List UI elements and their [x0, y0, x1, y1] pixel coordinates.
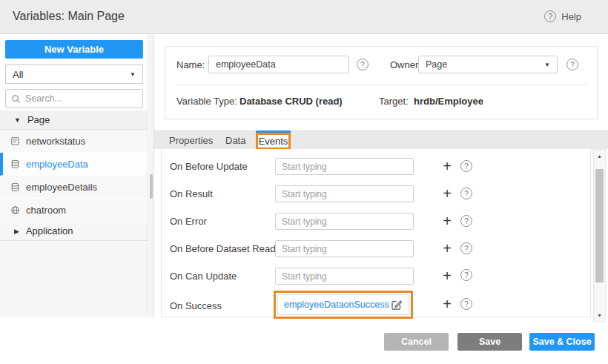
chevron-down-icon: ▼ — [130, 71, 136, 78]
form-divider — [176, 85, 587, 85]
owner-help-icon[interactable]: ? — [566, 59, 578, 70]
sidebar-item-label: employeeDetails — [26, 182, 97, 193]
search-icon — [11, 94, 21, 104]
edit-icon[interactable] — [391, 299, 403, 311]
events-scrollbar[interactable]: ▲ ▼ — [593, 149, 606, 322]
help-icon: ? — [544, 10, 556, 22]
device-icon — [10, 136, 20, 146]
name-label: Name: * — [176, 59, 211, 70]
target-label: Target: — [379, 96, 409, 107]
event-label: On Before Update — [170, 161, 248, 172]
on-success-binding: employeeDataonSuccess — [277, 294, 409, 315]
tab-properties[interactable]: Properties — [169, 131, 213, 150]
sidebar-scrollbar-thumb[interactable] — [150, 174, 153, 199]
database-icon — [10, 159, 20, 169]
dialog-header: Variables: Main Page ? Help — [0, 0, 608, 34]
sidebar-item-label: chatroom — [26, 205, 66, 216]
question-icon[interactable]: ? — [460, 269, 472, 281]
sidebar-item-label: networkstatus — [26, 136, 85, 147]
search-input[interactable] — [25, 93, 137, 104]
tree-group-application[interactable]: ▶ Application — [0, 222, 148, 241]
tree-group-label: Page — [27, 114, 50, 125]
question-icon[interactable]: ? — [460, 188, 472, 199]
plus-icon[interactable]: + — [440, 297, 455, 311]
event-input-on-result[interactable] — [275, 185, 414, 202]
events-panel: On Before Update + ? On Result + ? On Er… — [161, 149, 591, 317]
name-field[interactable] — [208, 56, 349, 73]
event-label: On Success — [170, 300, 222, 311]
event-input-on-before-dataset-ready[interactable] — [275, 240, 414, 257]
variables-dialog: Variables: Main Page ? Help New Variable… — [0, 0, 608, 364]
variable-summary-section: Name: * ? Owner: * Page ▼ ? Variable Typ… — [154, 34, 608, 130]
owner-value: Page — [426, 59, 447, 70]
tree-group-label: Application — [26, 225, 73, 236]
event-label: On Result — [170, 188, 213, 199]
page-title: Variables: Main Page — [13, 10, 125, 23]
scroll-down-icon[interactable]: ▼ — [594, 313, 605, 318]
scroll-up-icon[interactable]: ▲ — [594, 153, 605, 159]
scrollbar-thumb[interactable] — [595, 169, 604, 282]
variable-filter-select[interactable]: All ▼ — [5, 64, 143, 84]
help-link[interactable]: ? Help — [544, 10, 581, 22]
question-icon[interactable]: ? — [460, 242, 472, 254]
sidebar-item-networkstatus[interactable]: networkstatus — [0, 130, 148, 153]
variables-sidebar: New Variable All ▼ ▼ Page — [0, 34, 148, 317]
on-success-handler-link[interactable]: employeeDataonSuccess — [284, 300, 389, 310]
event-label: On Before Dataset Ready — [170, 243, 280, 254]
dialog-footer: Cancel Save Save & Close — [0, 324, 608, 364]
plus-icon[interactable]: + — [440, 268, 455, 283]
question-icon[interactable]: ? — [460, 215, 472, 227]
plus-icon[interactable]: + — [440, 159, 455, 173]
save-and-close-button[interactable]: Save & Close — [529, 333, 595, 351]
caret-down-icon: ▼ — [14, 116, 21, 124]
plus-icon[interactable]: + — [440, 241, 455, 256]
save-button[interactable]: Save — [457, 333, 522, 351]
event-input-on-error[interactable] — [275, 213, 414, 230]
variable-form-box: Name: * ? Owner: * Page ▼ ? Variable Typ… — [165, 46, 598, 119]
question-icon[interactable]: ? — [460, 298, 472, 310]
filter-value: All — [13, 69, 23, 80]
variable-type-label: Variable Type: — [176, 96, 237, 107]
help-label: Help — [561, 11, 581, 22]
target-value: hrdb/Employee — [414, 96, 483, 107]
plus-icon[interactable]: + — [440, 186, 455, 201]
tree-group-page[interactable]: ▼ Page — [0, 110, 148, 130]
plus-icon[interactable]: + — [440, 214, 455, 228]
annotation-highlight-on-success: employeeDataonSuccess — [274, 291, 413, 319]
tab-data[interactable]: Data — [225, 131, 245, 150]
event-input-on-can-update[interactable] — [275, 268, 414, 285]
chevron-down-icon: ▼ — [544, 62, 550, 68]
owner-select[interactable]: Page ▼ — [418, 56, 558, 73]
new-variable-button[interactable]: New Variable — [5, 40, 143, 59]
globe-icon — [10, 205, 20, 215]
search-box — [5, 89, 143, 108]
sidebar-item-employeedetails[interactable]: employeeDetails — [0, 176, 148, 199]
variable-tree: ▼ Page networkstatus employeeData — [0, 110, 148, 317]
tab-bar: Properties Data Events — [154, 130, 608, 149]
cancel-button[interactable]: Cancel — [384, 333, 449, 351]
tab-events[interactable]: Events — [256, 133, 291, 150]
event-label: On Can Update — [170, 271, 237, 282]
caret-right-icon: ▶ — [14, 228, 19, 235]
event-label: On Error — [170, 216, 207, 227]
event-input-on-before-update[interactable] — [275, 158, 414, 175]
name-help-icon[interactable]: ? — [357, 59, 369, 70]
variable-type-value: Database CRUD (read) — [239, 96, 343, 107]
question-icon[interactable]: ? — [460, 160, 472, 172]
sidebar-item-label: employeeData — [26, 159, 88, 170]
sidebar-item-employeedata[interactable]: employeeData — [0, 153, 148, 176]
database-icon — [10, 182, 20, 192]
sidebar-item-chatroom[interactable]: chatroom — [0, 199, 148, 222]
